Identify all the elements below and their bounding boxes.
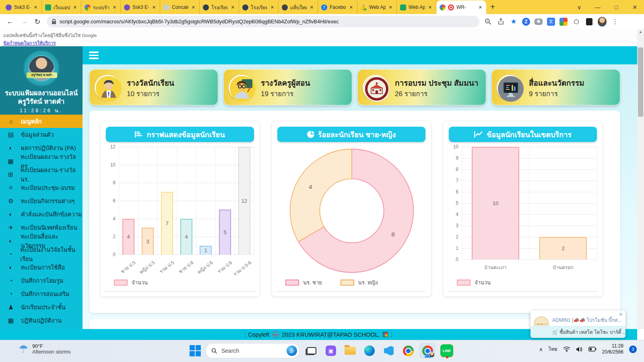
stat-card-3[interactable]: สื่อและนวัตกรรม9 รายการ: [491, 69, 620, 105]
browser-tab-4[interactable]: Concate✕: [160, 0, 200, 14]
side-panel-icon[interactable]: [585, 17, 594, 26]
file-explorer-button[interactable]: [343, 343, 358, 358]
tab-close-icon[interactable]: ✕: [112, 5, 117, 10]
bar-value-label: 7: [165, 220, 168, 226]
profile-avatar[interactable]: [598, 17, 607, 26]
browser-tab-10[interactable]: Web Ap✕: [397, 0, 436, 14]
maximize-button[interactable]: □: [607, 4, 625, 10]
donut-slice-นร. หญิง[interactable]: [290, 149, 352, 242]
browser-tab-7[interactable]: แท็บใหม่✕: [279, 0, 318, 14]
colorful-extension-icon[interactable]: [559, 17, 568, 26]
weather-desc: Afternoon storms: [32, 349, 70, 355]
y-axis-tick: 0: [446, 257, 458, 262]
browser-tab-3[interactable]: Ssk3 E-✕: [121, 0, 160, 14]
sidebar-item-12[interactable]: ◔บันทึกการโฮมรูม: [0, 274, 83, 287]
browser-tab-6[interactable]: โรงเรียน✕: [239, 0, 279, 14]
wifi-icon[interactable]: [563, 346, 570, 352]
task-view-button[interactable]: [304, 343, 319, 358]
windows-taskbar: ☂ 90°F Afternoon storms Search b ▣ LINE: [0, 340, 644, 362]
tab-close-icon[interactable]: ✕: [478, 5, 483, 10]
screenshot-extension-icon[interactable]: [534, 17, 543, 26]
url-bar[interactable]: script.google.com/macros/s/AKfycbxcJqBb5…: [47, 16, 479, 27]
taskbar-search[interactable]: Search b: [205, 343, 300, 358]
share-icon[interactable]: [496, 17, 505, 26]
tab-close-icon[interactable]: ✕: [349, 5, 354, 10]
z-extension-icon[interactable]: Z: [522, 18, 530, 26]
tab-search-chevron-icon[interactable]: ∨: [570, 4, 588, 10]
bar-value-label: 4: [185, 234, 188, 240]
start-button[interactable]: [189, 345, 201, 357]
browser-tab-8[interactable]: fFaceboo✕: [318, 0, 357, 14]
y-axis-tick: 4: [103, 216, 116, 222]
sidebar-item-10[interactable]: ◔ทะเบียนงานวิจัยในชั้นเรียน: [0, 247, 83, 261]
chrome-active-button[interactable]: [420, 343, 435, 358]
vscode-button[interactable]: [381, 343, 396, 358]
extensions-puzzle-icon[interactable]: ⬡: [572, 17, 581, 26]
tab-close-icon[interactable]: ✕: [270, 5, 275, 10]
line-app-button[interactable]: LINE: [439, 343, 454, 358]
chart-title-icon: [307, 131, 314, 138]
back-button[interactable]: ←: [3, 17, 17, 26]
tab-close-icon[interactable]: ✕: [191, 5, 196, 10]
language-indicator[interactable]: ไทย: [549, 345, 557, 353]
tab-close-icon[interactable]: ✕: [427, 5, 433, 10]
forward-button[interactable]: →: [17, 17, 31, 26]
sidebar-item-5[interactable]: ⚛ทะเบียนประชุม-อบรม: [0, 181, 83, 194]
page-scrollbar[interactable]: ▲: [637, 29, 644, 329]
browser-tab-5[interactable]: โรงเรียน✕: [200, 0, 239, 14]
browser-tab-2[interactable]: ระบบร้าน✕: [81, 0, 121, 14]
chat-button[interactable]: ▣: [323, 343, 339, 358]
hamburger-menu-icon[interactable]: [89, 51, 99, 61]
scroll-up-arrow-icon[interactable]: ▲: [637, 30, 644, 34]
sidebar: ครูวิรัตน์ หาดคำ ระบบแฟ้มผลงานออนไลน์ คร…: [0, 46, 83, 329]
notification-count-badge[interactable]: 3: [629, 346, 637, 353]
clock-date-block[interactable]: 11:28 20/6/2566: [602, 343, 623, 355]
sidebar-item-6[interactable]: ⚙ทะเบียนกิจกรรมต่างๆ: [0, 194, 83, 208]
bookmark-star-icon[interactable]: ★: [509, 17, 518, 26]
battery-icon[interactable]: [588, 347, 597, 352]
translate-extension-icon[interactable]: 文: [547, 18, 555, 26]
new-tab-button[interactable]: +: [490, 2, 495, 12]
browser-tab-1[interactable]: เว็บแอปร✕: [42, 0, 81, 14]
tab-close-icon[interactable]: ✕: [72, 5, 78, 10]
browser-tabstrip: Ssk3 E-✕เว็บแอปร✕ระบบร้าน✕Ssk3 E-✕Concat…: [0, 0, 644, 14]
browser-tab-0[interactable]: Ssk3 E-✕: [2, 0, 42, 14]
sidebar-item-label: นักเรียนประจำชั้น: [21, 302, 66, 312]
sidebar-item-7[interactable]: ◐คำสั่งและบันทึกข้อความ: [0, 208, 83, 221]
sidebar-item-4[interactable]: ⊞ทะเบียนผลงาน-รางวัล นร.: [0, 168, 83, 181]
popup-line1: ADMIN1 [📣📣 โปรโมชั่น บิ๊กส...: [552, 316, 621, 324]
weather-widget[interactable]: ☂ 90°F Afternoon storms: [19, 343, 70, 356]
sidebar-item-15[interactable]: ▦ปฏิทินปฏิบัติงาน: [0, 314, 83, 327]
scrollbar-thumb[interactable]: [638, 47, 643, 117]
donut-chart: 84: [285, 144, 418, 277]
chat-icon: ▣: [326, 346, 336, 356]
stat-card-2[interactable]: การอบรม ประชุม สัมมนา26 รายการ: [357, 69, 486, 105]
tab-close-icon[interactable]: ✕: [151, 5, 157, 10]
footer-text: 2023 KRUWIRAT@TAPAO SCHOOL.: [282, 331, 380, 338]
sidebar-item-13[interactable]: ◔บันทึกการสอนเสริม: [0, 287, 83, 300]
sidebar-item-1[interactable]: ▤ข้อมูลส่วนตัว: [0, 128, 83, 141]
tab-close-icon[interactable]: ✕: [309, 5, 314, 10]
x-axis-label: หญิง ป.5: [138, 259, 157, 276]
minimize-button[interactable]: —: [588, 4, 607, 10]
sidebar-item-0[interactable]: ⌂เมนูหลัก: [0, 115, 83, 128]
browser-tab-11[interactable]: WR-✕: [436, 0, 486, 14]
volume-icon[interactable]: [576, 346, 583, 352]
tab-close-icon[interactable]: ✕: [388, 5, 393, 10]
tab-close-icon[interactable]: ✕: [230, 5, 235, 10]
stat-card-0[interactable]: รางวัลนักเรียน10 รายการ: [89, 69, 218, 105]
sidebar-item-14[interactable]: ♟นักเรียนประจำชั้น: [0, 300, 83, 314]
close-button[interactable]: ✕: [625, 4, 644, 10]
edge-button[interactable]: [362, 343, 377, 358]
zoom-icon[interactable]: [483, 17, 492, 26]
menu-kebab-icon[interactable]: ⋮: [611, 17, 619, 26]
tab-title: WR-: [456, 4, 475, 10]
reload-button[interactable]: ↻: [31, 17, 44, 26]
line-notification-popup[interactable]: ✕ ส่องยาว ADMIN1 [📣📣 โปรโมชั่น บิ๊กส... …: [530, 311, 625, 338]
stat-card-1[interactable]: รางวัลครูผู้สอน19 รายการ: [223, 69, 352, 105]
terms-link[interactable]: ข้อกำหนดในการให้บริการ: [3, 39, 56, 47]
tab-close-icon[interactable]: ✕: [33, 5, 38, 10]
tray-chevron-icon[interactable]: ∧: [539, 346, 543, 352]
browser-tab-9[interactable]: Web Ap✕: [357, 0, 397, 14]
chrome-button[interactable]: [400, 343, 416, 358]
